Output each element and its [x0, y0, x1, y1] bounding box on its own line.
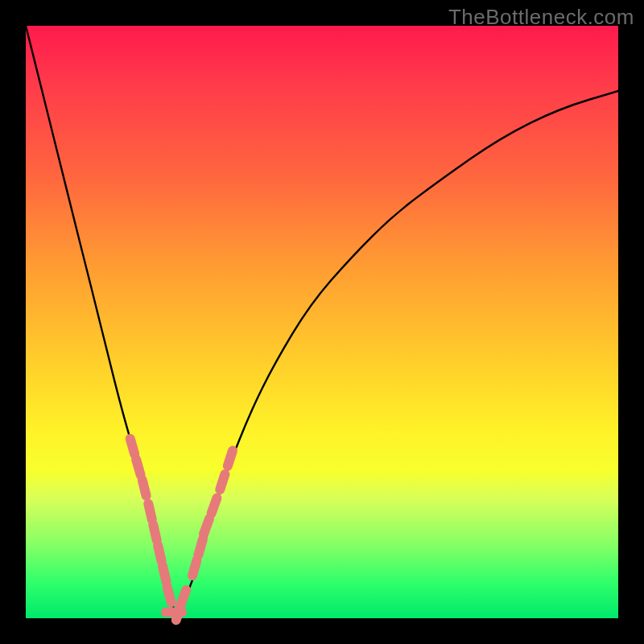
marker-segment [136, 460, 141, 475]
highlighted-markers [130, 439, 233, 620]
marker-segment [153, 525, 157, 541]
marker-segment [142, 480, 147, 495]
marker-segment [163, 566, 167, 581]
marker-segment [180, 590, 186, 605]
marker-segment [220, 474, 225, 489]
marker-segment [192, 560, 197, 576]
curve-layer [26, 26, 618, 618]
marker-segment [130, 439, 135, 454]
marker-segment [228, 451, 233, 466]
marker-segment [158, 545, 162, 561]
bottleneck-curve [26, 26, 618, 613]
marker-segment [212, 498, 217, 514]
marker-segment [204, 519, 209, 535]
outer-frame: TheBottleneck.com [0, 0, 644, 644]
marker-segment [167, 587, 171, 602]
marker-segment [198, 539, 203, 555]
watermark-text: TheBottleneck.com [448, 5, 634, 30]
marker-segment [148, 504, 152, 520]
